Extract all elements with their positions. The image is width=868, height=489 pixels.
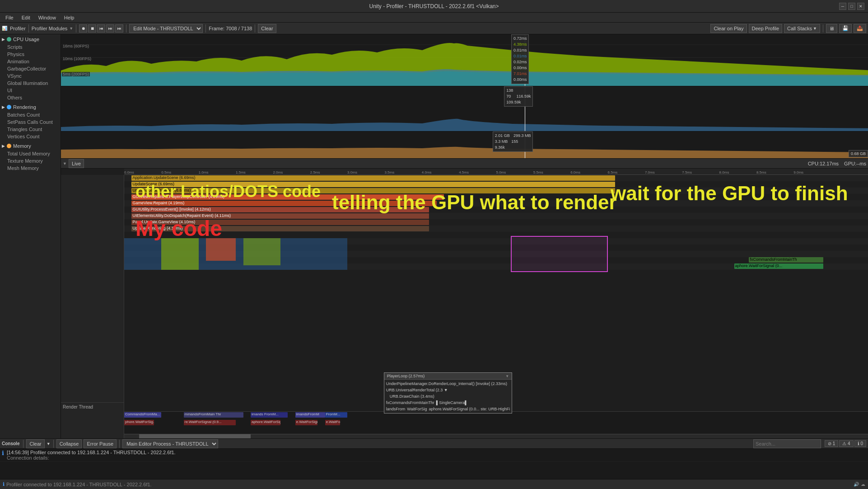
rt-bar-ws-5[interactable]: e.WaitForSig...	[325, 420, 340, 425]
sidebar-item-animation[interactable]: Animation	[0, 58, 61, 65]
console-area: Console Clear ▼ Collapse Error Pause Mai…	[0, 438, 868, 479]
memory-chart[interactable]: 2.01 GB299.3 MB 3.3 MB155 9.36k 0.68 GB …	[61, 132, 868, 159]
sidebar-item-scripts[interactable]: Scripts	[0, 43, 61, 51]
bar-app-update[interactable]: Application.UpdateScene (6.69ms)	[131, 175, 615, 181]
sidebar-item-setpass[interactable]: SetPass Calls Count	[0, 118, 61, 126]
info-count: ℹ 0	[854, 440, 866, 447]
render-thread-label: Render Thread	[61, 402, 124, 411]
menu-file[interactable]: File	[2, 14, 17, 21]
bar-update-rendering[interactable]: Update.Rendering (4.10ms)	[131, 226, 429, 231]
timeline-content[interactable]: 0.0ms 0.5ms 1.0ms 1.5ms 2.0ms 2.5ms 3.0m…	[61, 169, 868, 438]
live-button[interactable]: Live	[69, 159, 84, 168]
rt-bar-5[interactable]: FromM...	[325, 412, 347, 418]
sidebar-item-ui[interactable]: UI	[0, 87, 61, 94]
save-button[interactable]: 💾	[839, 24, 852, 33]
menu-help[interactable]: Help	[61, 14, 78, 21]
bar-right-2[interactable]: aphore.WaitForSignal (0...	[734, 263, 824, 269]
timeline-toolbar: ▼ Live CPU:12.17ms GPU:--ms	[61, 159, 868, 169]
track-bg-10	[124, 232, 868, 238]
rendering-header[interactable]: ▶ Rendering	[0, 103, 61, 111]
play-button[interactable]: ⏹	[88, 24, 96, 33]
monitor-button[interactable]: 🖥	[826, 24, 837, 33]
memory-section: ▶ Memory Total Used Memory Texture Memor…	[0, 141, 61, 173]
render-thread-track: CommandsFromMa... mmandsFromMain Thr ima…	[124, 411, 868, 434]
main-area: ▶ CPU Usage Scripts Physics Animation Ga…	[0, 34, 868, 438]
memory-header[interactable]: ▶ Memory	[0, 142, 61, 150]
bar-right-1[interactable]: fxCommandsFromMainTh	[749, 257, 823, 263]
rt-bar-ws-2[interactable]: re.WaitForSignal (0.9...	[184, 420, 236, 425]
step-forward-button[interactable]: ⏭	[106, 24, 114, 33]
sidebar-item-gc[interactable]: GarbageCollector	[0, 65, 61, 72]
cpu-time-label: CPU:12.17ms	[808, 161, 839, 166]
cpu-usage-header[interactable]: ▶ CPU Usage	[0, 35, 61, 43]
console-sep-2	[53, 440, 54, 448]
minimap-bar-2	[161, 238, 198, 270]
horizontal-scrollbar[interactable]	[124, 434, 868, 438]
menu-edit[interactable]: Edit	[18, 14, 34, 21]
sidebar-item-physics[interactable]: Physics	[0, 51, 61, 58]
rt-bar-3[interactable]: imands FromM...	[251, 412, 288, 418]
clear-on-play-button[interactable]: Clear on Play	[710, 24, 747, 33]
minimize-button[interactable]: ─	[839, 3, 846, 10]
detail-popup-content: UnderPipelineManager.DoRenderLoop_Intern…	[384, 380, 512, 413]
clear-button[interactable]: Clear	[258, 24, 276, 33]
bar-uielements[interactable]: UIElementsUtility.DoDispatch(Repaint Eve…	[131, 213, 429, 219]
call-stacks-button[interactable]: Call Stacks ▼	[784, 24, 820, 33]
rt-bar-4[interactable]: imandsFromM	[295, 412, 325, 418]
console-error-pause-button[interactable]: Error Pause	[84, 439, 117, 448]
detail-row-2: URB.UniversalRenderTotal (2.3 ▼	[386, 387, 510, 393]
export-button[interactable]: 📤	[854, 24, 866, 33]
bar-guiview-repaint[interactable]: GUIView.RepaintAll.PlayerLoopController …	[131, 194, 444, 200]
bar-panel-update[interactable]: Panel.Update.GameView (4.10ms)	[131, 220, 429, 225]
console-sep-3	[119, 440, 120, 448]
separator-1	[28, 24, 29, 33]
sidebar-item-others[interactable]: Others	[0, 94, 61, 101]
step-back-button[interactable]: ⏮	[97, 24, 105, 33]
bar-update-scene[interactable]: UpdateScene (6.69ms)	[131, 182, 615, 187]
sidebar-item-texture-mem[interactable]: Texture Memory	[0, 157, 61, 165]
rt-bar-ws-4[interactable]: e.WaitForSigna	[295, 420, 317, 425]
sidebar-item-triangles[interactable]: Triangles Count	[0, 126, 61, 133]
maximize-button[interactable]: □	[848, 3, 855, 10]
sidebar-item-vertices[interactable]: Vertices Count	[0, 133, 61, 140]
rendering-color-icon	[7, 105, 11, 109]
fast-forward-button[interactable]: ⏭	[115, 24, 123, 33]
cpu-chart-svg	[61, 34, 868, 86]
profiler-icon: 📊	[2, 26, 7, 31]
mem-row-1: 2.01 GB299.3 MB	[495, 133, 531, 139]
close-button[interactable]: ✕	[857, 3, 864, 10]
bar-update-scene-needed[interactable]: UpdateSceneIfNeeded (6.69ms)	[131, 188, 615, 193]
mem-row-2: 3.3 MB155	[495, 139, 531, 145]
rt-bar-ws-3[interactable]: aphore.WaitForSign...	[251, 420, 280, 425]
deep-profile-button[interactable]: Deep Profile	[749, 24, 783, 33]
rendering-chart[interactable]: 138 70116.59k 109.59k	[61, 86, 868, 132]
bar-gameview-repaint[interactable]: GameView.Repaint (4.19ms)	[131, 201, 436, 206]
console-toolbar: Console Clear ▼ Collapse Error Pause Mai…	[0, 439, 868, 449]
sidebar-item-vsync[interactable]: VSync	[0, 72, 61, 80]
rt-bar-1[interactable]: CommandsFromMa...	[124, 412, 161, 418]
window-controls: ─ □ ✕	[839, 3, 864, 10]
rt-bar-2[interactable]: mmandsFromMain Thr	[184, 412, 243, 418]
sidebar-item-batches[interactable]: Batches Count	[0, 111, 61, 118]
rt-bar-ws-1[interactable]: phore.WaitForSig...	[124, 420, 154, 425]
edit-mode-select[interactable]: Edit Mode - THRUSTDOLL	[129, 24, 203, 33]
sidebar-item-mesh-mem[interactable]: Mesh Memory	[0, 165, 61, 172]
sidebar-item-total-mem[interactable]: Total Used Memory	[0, 150, 61, 157]
console-search-input[interactable]	[753, 439, 821, 448]
console-process-select[interactable]: Main Editor Process - THRUSTDOLL	[122, 439, 218, 448]
menu-window[interactable]: Window	[35, 14, 60, 21]
cpu-chart[interactable]: 16ms (60FPS) 10ms (100FPS) 5ms (200FPS) …	[61, 34, 868, 86]
modules-arrow: ▼	[69, 26, 73, 31]
scrollbar-thumb[interactable]	[139, 434, 251, 438]
console-collapse-button[interactable]: Collapse	[56, 439, 82, 448]
memory-color-icon	[7, 144, 11, 148]
ruler-marks: 0.0ms 0.5ms 1.0ms 1.5ms 2.0ms 2.5ms 3.0m…	[124, 169, 868, 174]
minimap-bar-3	[206, 238, 236, 261]
sidebar-item-gi[interactable]: Global Illumination	[0, 80, 61, 87]
bar-guiutility[interactable]: GUIUtility.ProcessEvent() [Invoke] (4.12…	[131, 207, 429, 212]
record-button[interactable]: ⏺	[79, 24, 87, 33]
console-clear-arrow: ▼	[47, 442, 51, 446]
console-message-1[interactable]: ℹ [14:56:39] Profiler connected to 192.1…	[0, 449, 868, 462]
console-clear-button[interactable]: Clear	[26, 439, 44, 448]
status-right-1: 🔊	[854, 482, 859, 487]
